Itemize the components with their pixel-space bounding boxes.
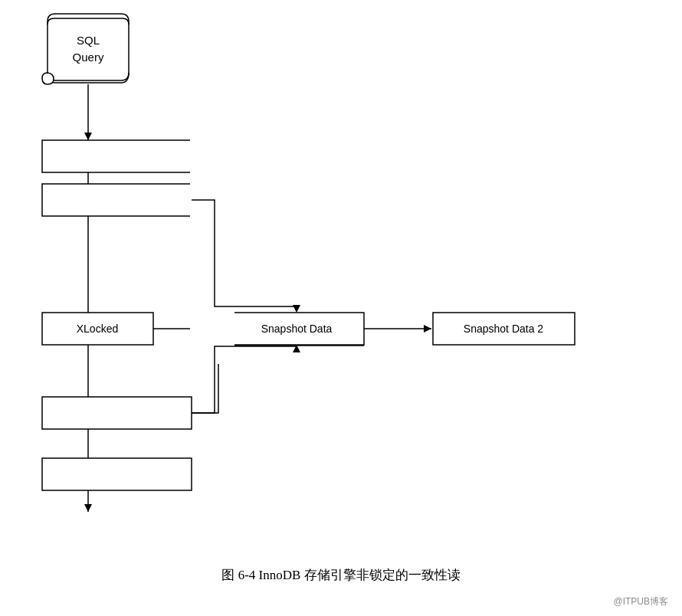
snapshot-data2-label: Snapshot Data 2 [464, 323, 544, 335]
row5-box [42, 458, 192, 490]
figure-caption: 图 6-4 InnoDB 存储引擎非锁定的一致性读 [221, 566, 460, 584]
svg-marker-1 [84, 133, 92, 140]
xlocked-label: XLocked [77, 323, 118, 335]
row4-box [42, 397, 192, 429]
watermark: @ITPUB博客 [613, 595, 668, 608]
diagram-container: SQL Query XLocked Snapshot Data Snapsh [0, 0, 682, 616]
sql-query-label-line2: Query [73, 51, 104, 64]
svg-rect-8 [190, 138, 234, 364]
svg-marker-14 [84, 504, 92, 512]
svg-marker-6 [424, 325, 431, 333]
svg-marker-10 [293, 305, 300, 313]
row1-box [42, 140, 192, 172]
row2-box [42, 184, 192, 216]
snapshot-data-label: Snapshot Data [261, 323, 333, 335]
diagram-svg: SQL Query XLocked Snapshot Data Snapsh [0, 0, 682, 616]
sql-query-label-line1: SQL [77, 34, 100, 47]
